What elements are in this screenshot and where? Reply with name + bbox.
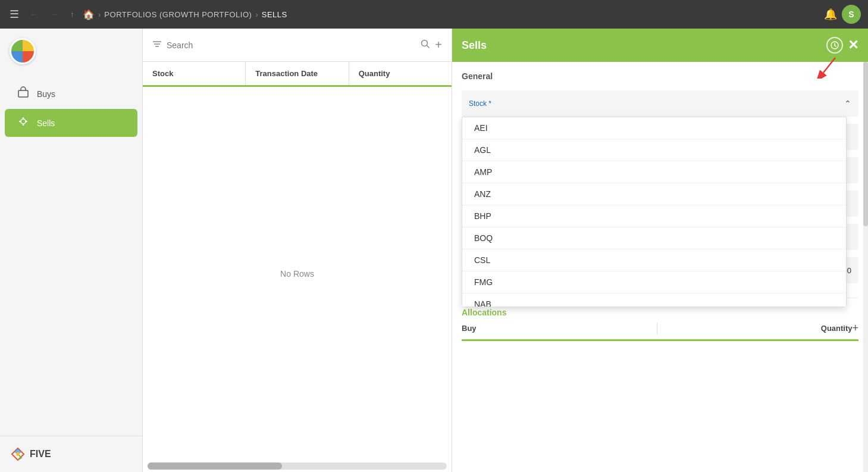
buys-icon [17,86,30,102]
sidebar-buys-label: Buys [37,89,55,99]
history-button[interactable] [826,37,843,54]
content-area: + Stock Transaction Date Quantity No Row… [143,29,452,472]
filter-icon [152,39,162,51]
home-icon: 🏠 [83,9,95,20]
general-section-title: General [462,71,858,81]
dropdown-item-fmg[interactable]: FMG [462,271,846,293]
panel-header-actions: ✕ [826,37,858,54]
search-bar: + [143,29,452,62]
stock-dropdown-trigger[interactable]: Stock * ⌃ [462,90,858,117]
table-col-date: Transaction Date [246,62,349,85]
sidebar-item-sells[interactable]: Sells [5,109,137,137]
top-nav: ☰ ← → ↑ 🏠 › PORTFOLIOS (GROWTH PORTFOLIO… [0,0,868,29]
stock-dropdown-container: Stock * ⌃ AEI AGL AMP ANZ BHP BOQ CSL FM… [462,90,858,117]
svg-point-3 [23,124,24,126]
up-arrow[interactable]: ↑ [67,7,78,21]
search-input[interactable] [167,40,416,50]
allocations-table-header: Buy Quantity + [462,322,858,341]
sidebar: Buys Sells [0,29,143,472]
search-icon[interactable] [421,39,430,51]
right-panel: Sells ✕ [452,29,868,472]
close-button[interactable]: ✕ [848,37,858,53]
logo-circle [10,38,36,64]
table-scrollbar[interactable] [148,462,447,470]
forward-arrow[interactable]: → [46,7,62,21]
dropdown-item-anz[interactable]: ANZ [462,183,846,205]
sidebar-item-buys[interactable]: Buys [5,80,137,108]
breadcrumb: 🏠 › PORTFOLIOS (GROWTH PORTFOLIO) › SELL… [83,9,287,20]
stock-dropdown-menu: AEI AGL AMP ANZ BHP BOQ CSL FMG NAB [462,117,847,307]
scrollbar-thumb [863,62,868,226]
sidebar-nav: Buys Sells [0,74,142,143]
dropdown-item-agl[interactable]: AGL [462,139,846,161]
five-logo-text: FIVE [30,449,51,460]
main-layout: Buys Sells [0,29,868,472]
hamburger-icon[interactable]: ☰ [7,5,21,23]
sidebar-footer: FIVE [0,436,142,472]
svg-point-2 [23,118,24,120]
dropdown-item-amp[interactable]: AMP [462,161,846,183]
alloc-col-divider [657,323,657,335]
breadcrumb-sells: SELLS [262,10,287,19]
avatar[interactable]: S [842,5,861,24]
dropdown-item-csl[interactable]: CSL [462,249,846,271]
svg-point-1 [21,119,26,124]
svg-line-11 [427,45,430,48]
alloc-add-button[interactable]: + [853,322,859,335]
svg-point-5 [26,121,27,123]
breadcrumb-portfolios[interactable]: PORTFOLIOS (GROWTH PORTFOLIO) [104,10,252,19]
sells-icon [17,115,30,131]
dropdown-item-aei[interactable]: AEI [462,117,846,139]
table-area: Stock Transaction Date Quantity No Rows [143,62,452,472]
chevron-up-icon: ⌃ [844,99,851,108]
table-header: Stock Transaction Date Quantity [143,62,452,87]
allocations-title: Allocations [462,308,858,317]
alloc-col-qty: Quantity [662,324,853,333]
dropdown-item-bhp[interactable]: BHP [462,205,846,227]
table-col-qty: Quantity [349,62,452,85]
alloc-col-buy: Buy [462,324,652,333]
table-scrollbar-thumb [148,462,282,470]
svg-point-10 [422,40,428,46]
five-logo: FIVE [10,446,51,462]
svg-rect-0 [18,90,28,97]
back-arrow[interactable]: ← [26,7,42,21]
svg-point-6 [16,452,20,456]
sidebar-logo [0,29,142,74]
add-button[interactable]: + [435,38,442,52]
red-arrow-annotation [814,55,838,81]
right-panel-scrollbar[interactable] [863,62,868,472]
breadcrumb-sep-1: › [98,10,101,19]
dropdown-item-boq[interactable]: BOQ [462,227,846,249]
dropdown-item-nab[interactable]: NAB [462,293,846,307]
panel-title: Sells [462,39,487,52]
svg-point-4 [20,121,21,123]
panel-header: Sells ✕ [452,29,868,62]
table-col-stock: Stock [143,62,246,85]
sidebar-sells-label: Sells [37,118,55,128]
notifications-icon[interactable]: 🔔 [824,8,837,21]
panel-body: General Stock * ⌃ AEI AGL AMP ANZ BHP BO… [452,62,868,472]
table-empty-message: No Rows [143,87,452,460]
stock-field-label: Stock * [469,99,491,108]
breadcrumb-sep-2: › [255,10,258,19]
